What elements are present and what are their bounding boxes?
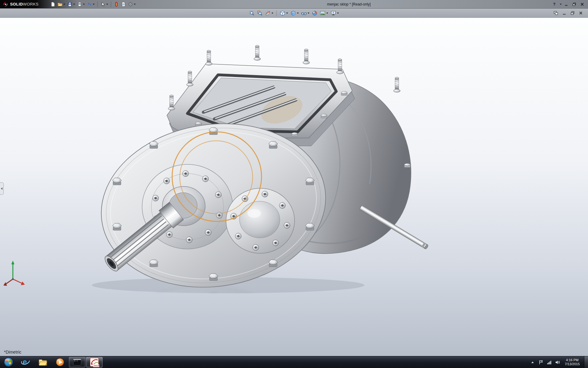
view-settings-button[interactable] [330,10,340,17]
help-dropdown-caret[interactable] [560,4,562,5]
zoom-to-area-button[interactable] [256,10,264,17]
doc-restore-button[interactable] [569,10,575,16]
orientation-triad [3,261,25,286]
section-view-caret[interactable] [272,13,273,14]
options-gear-icon [128,2,133,7]
undo-icon [87,2,92,7]
solidworks-logo: SOLIDWORKS [0,0,42,8]
taskbar-item-media-player[interactable] [52,357,68,367]
quick-access-toolbar [50,1,137,8]
taskbar-item-command-prompt[interactable]: C:\ [69,357,85,367]
doc-close-icon [579,11,583,15]
view-orientation-label: *Dimetric [4,350,21,355]
open-folder-icon [58,2,62,7]
save-icon [67,2,72,7]
undo-dropdown-caret[interactable] [93,4,95,5]
minimize-button[interactable] [563,1,570,7]
network-icon[interactable] [546,358,552,366]
apply-scene-button[interactable] [319,10,329,17]
window-controls: ? [551,1,588,7]
hide-show-caret[interactable] [308,13,310,14]
restore-icon [572,2,576,6]
print-dropdown-caret[interactable] [83,4,85,5]
undo-button[interactable] [86,1,96,8]
folder-icon [38,358,47,367]
save-dropdown-caret[interactable] [73,4,75,5]
titlebar: SOLIDWORKS [0,0,588,9]
collapse-arrow-icon [1,187,2,190]
windows-start-icon [4,357,13,367]
system-tray: 4:16 PM 7/13/2015 [527,356,583,368]
view-orientation-caret[interactable] [286,13,288,14]
window-title: menjac sklop * [Read-only] [327,2,371,6]
select-dropdown-caret[interactable] [106,4,108,5]
hide-show-glasses-icon [301,10,307,16]
open-dropdown-caret[interactable] [63,4,65,5]
taskbar-item-internet-explorer[interactable]: e [17,357,34,367]
apply-scene-caret[interactable] [326,13,328,14]
arrange-windows-button[interactable] [553,10,559,16]
svg-text:e: e [23,358,27,366]
volume-icon[interactable] [555,358,560,366]
toolbar-separator [277,10,277,16]
clock-time: 4:16 PM [565,358,580,362]
heads-up-view-toolbar [248,10,340,17]
options-dropdown-caret[interactable] [134,4,136,5]
hidden-icons-arrow-icon [531,362,534,363]
doc-minimize-icon [562,11,566,15]
print-icon [77,2,82,7]
edit-appearance-button[interactable] [311,10,318,17]
display-style-button[interactable] [290,10,300,17]
minimize-icon [564,2,568,6]
edit-appearance-ball-icon [312,10,318,16]
show-desktop-button[interactable] [584,356,588,368]
toolbar-separator [97,2,98,7]
print-button[interactable] [76,1,86,8]
view-settings-caret[interactable] [337,13,339,14]
rebuild-button[interactable] [113,1,120,8]
taskbar-item-solidworks[interactable]: 2015 [86,357,103,367]
media-player-icon [55,358,65,367]
zoom-to-fit-icon [249,10,255,16]
help-button[interactable]: ? [551,1,558,7]
viewport-canvas[interactable] [0,18,588,356]
close-button[interactable] [579,1,586,7]
show-hidden-icons-button[interactable] [530,358,535,366]
output-bearing-cover[interactable] [226,188,295,253]
doc-close-button[interactable] [578,10,584,16]
solidworks-swirl-icon [2,1,9,7]
taskbar-clock[interactable]: 4:16 PM 7/13/2015 [563,358,582,366]
toolbar-separator [111,2,111,7]
open-button[interactable] [57,1,66,8]
display-style-icon [291,10,296,16]
rebuild-stoplight-icon [114,2,119,7]
start-button[interactable] [0,357,17,367]
close-icon [580,2,584,6]
taskbar: e [0,356,588,368]
section-view-button[interactable] [264,10,274,17]
view-settings-icon [331,10,336,16]
zoom-to-fit-button[interactable] [248,10,256,17]
file-properties-icon [121,2,126,7]
hide-show-items-button[interactable] [300,10,311,17]
new-document-button[interactable] [50,1,56,8]
select-button[interactable] [100,1,109,8]
featuremanager-collapsed-tab[interactable] [0,182,4,195]
gearbox-model[interactable] [91,45,429,301]
action-center-icon[interactable] [538,358,544,366]
heads-up-bar [0,9,588,18]
document-window-controls [553,10,588,16]
graphics-viewport[interactable]: *Dimetric [0,18,588,356]
arrange-windows-icon [554,11,558,15]
restore-button[interactable] [571,1,578,7]
file-properties-button[interactable] [120,1,127,8]
view-orientation-button[interactable] [279,10,289,17]
taskbar-item-windows-explorer[interactable] [35,357,51,367]
doc-minimize-button[interactable] [561,10,567,16]
internet-explorer-icon: e [21,358,30,367]
new-document-icon [51,2,55,7]
save-button[interactable] [66,1,76,8]
display-style-caret[interactable] [297,13,299,14]
zoom-to-area-icon [257,10,263,16]
options-button[interactable] [127,1,137,8]
